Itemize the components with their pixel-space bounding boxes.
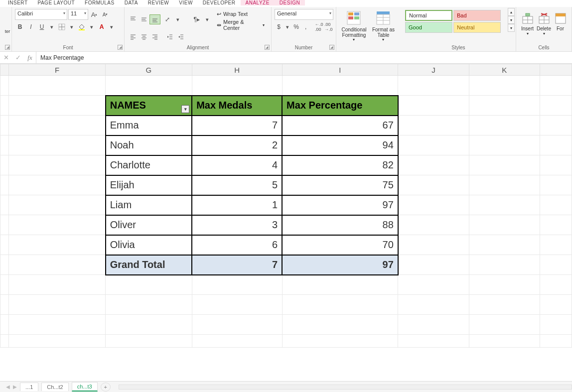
pivot-data-row[interactable]: Olivia670 [0,235,572,255]
increase-decimal-button[interactable]: ←.0.00 [315,22,323,32]
sheet-nav-next[interactable]: ▶ [13,384,17,390]
tab-formulas[interactable]: FORMULAS [80,0,120,5]
col-header-j[interactable]: J [398,64,469,76]
col-header-g[interactable]: G [106,64,192,76]
merge-center-button[interactable]: ⇹Merge & Center ▾ [213,20,268,30]
text-direction-dropdown-icon[interactable]: ▾ [203,14,211,24]
col-header-i[interactable]: I [282,64,398,76]
fill-color-button[interactable] [77,22,87,32]
font-dialog-launcher[interactable]: ◢ [118,45,123,50]
increase-font-icon[interactable]: A▴ [89,9,99,19]
pivot-header-row[interactable]: NAMES▾ Max Medals Max Percentage [0,96,572,116]
grid[interactable]: F G H I J K NAMES▾ Max Medals Max Percen… [0,64,572,348]
accounting-format-button[interactable]: $ [275,22,283,32]
tab-view[interactable]: VIEW [174,0,198,5]
align-top-button[interactable] [128,14,139,24]
tab-review[interactable]: REVIEW [143,0,174,5]
underline-button[interactable]: U [37,22,47,32]
col-header-h[interactable]: H [192,64,282,76]
decrease-decimal-button[interactable]: .00→.0 [324,22,333,32]
grid-row[interactable] [0,335,572,348]
add-sheet-button[interactable]: + [101,383,111,392]
clipboard-dialog-launcher[interactable]: ◢ [5,45,10,50]
tab-page-layout[interactable]: PAGE LAYOUT [33,0,80,5]
gallery-more[interactable]: ▾ [508,24,515,32]
cell-style-normal[interactable]: Normal [405,10,452,21]
borders-dropdown-icon[interactable]: ▾ [68,22,76,32]
font-name-combo[interactable]: Calibri [15,9,67,20]
font-color-dropdown-icon[interactable]: ▾ [108,22,116,32]
orientation-button[interactable]: ⤢ [162,14,172,24]
cell-style-good[interactable]: Good [405,22,452,33]
grid-row[interactable] [0,76,572,96]
alignment-dialog-launcher[interactable]: ◢ [265,45,270,50]
col-header-f[interactable]: F [9,64,106,76]
grid-row[interactable] [0,315,572,335]
align-right-button[interactable] [149,32,160,42]
horizontal-scrollbar[interactable] [119,385,572,390]
align-center-button[interactable] [139,32,149,42]
pivot-data-row[interactable]: Elijah575 [0,175,572,195]
tab-analyze[interactable]: ANALYZE [241,0,275,5]
wrap-text-button[interactable]: ↩Wrap Text [213,9,268,19]
tab-data[interactable]: DATA [120,0,143,5]
grid-row[interactable] [0,275,572,295]
number-format-combo[interactable]: General [275,9,333,20]
conditional-formatting-button[interactable]: ConditionalFormatting▾ [339,10,369,42]
pivot-data-row[interactable]: Oliver388 [0,215,572,235]
worksheet-area[interactable]: F G H I J K NAMES▾ Max Medals Max Percen… [0,64,572,381]
align-bottom-button[interactable] [149,14,160,24]
formula-enter-button[interactable]: ✓ [12,52,24,63]
align-middle-button[interactable] [139,14,149,24]
font-color-button[interactable]: A [97,22,107,32]
pivot-header-names[interactable]: NAMES▾ [106,96,192,116]
tab-design[interactable]: DESIGN [275,0,305,5]
increase-indent-button[interactable] [175,32,186,42]
decrease-font-icon[interactable]: A▾ [100,9,110,19]
orientation-dropdown-icon[interactable]: ▾ [174,14,182,24]
cell-style-neutral[interactable]: Neutral [453,22,501,33]
comma-style-button[interactable]: , [301,22,310,32]
gallery-scroll-up[interactable]: ▴ [508,8,515,16]
pivot-data-row[interactable]: Noah294 [0,135,572,155]
cell-style-bad[interactable]: Bad [453,10,501,21]
pivot-grand-total-row[interactable]: Grand Total797 [0,255,572,275]
pivot-data-row[interactable]: Emma767 [0,116,572,135]
pivot-data-row[interactable]: Liam197 [0,195,572,215]
underline-dropdown-icon[interactable]: ▾ [48,22,56,32]
sheet-tab-2[interactable]: Ch...t2 [41,383,68,391]
tab-developer[interactable]: DEVELOPER [198,0,241,5]
sheet-tab-3[interactable]: ch...t3 [72,382,98,392]
delete-cells-button[interactable]: Delete▾ [536,12,552,36]
align-left-button[interactable] [128,32,139,42]
pivot-filter-button[interactable]: ▾ [181,105,189,113]
decrease-indent-button[interactable] [164,32,175,42]
italic-button[interactable]: I [26,22,36,32]
col-header-k[interactable]: K [469,64,540,76]
formula-input[interactable]: Max Percentage [36,52,572,63]
col-header-l[interactable] [540,64,572,76]
insert-cells-button[interactable]: Insert▾ [519,12,536,36]
gallery-scroll-down[interactable]: ▾ [508,16,515,24]
text-direction-button[interactable]: ¶▸ [192,14,202,24]
accounting-dropdown-icon[interactable]: ▾ [284,22,291,32]
number-dialog-launcher[interactable]: ◢ [329,45,334,50]
tab-insert[interactable]: INSERT [3,0,33,5]
format-cells-button[interactable]: For [552,12,569,36]
pivot-data-row[interactable]: Charlotte482 [0,155,572,175]
borders-button[interactable] [57,22,67,32]
pivot-header-medals[interactable]: Max Medals [192,96,282,116]
formula-cancel-button[interactable]: ✕ [0,52,12,63]
insert-function-button[interactable]: fx [24,52,36,63]
fill-color-dropdown-icon[interactable]: ▾ [88,22,96,32]
pivot-header-percentage[interactable]: Max Percentage [282,96,398,116]
percent-button[interactable]: % [292,22,300,32]
painter-button[interactable]: ter [3,9,12,34]
font-size-combo[interactable]: 11 [68,9,88,20]
grid-row[interactable] [0,295,572,315]
sheet-tab-1[interactable]: ...1 [20,383,38,391]
bold-button[interactable]: B [15,22,25,32]
sheet-nav-prev[interactable]: ◀ [6,384,10,390]
format-as-table-button[interactable]: Format asTable▾ [369,10,398,42]
col-header-e[interactable] [0,64,9,76]
